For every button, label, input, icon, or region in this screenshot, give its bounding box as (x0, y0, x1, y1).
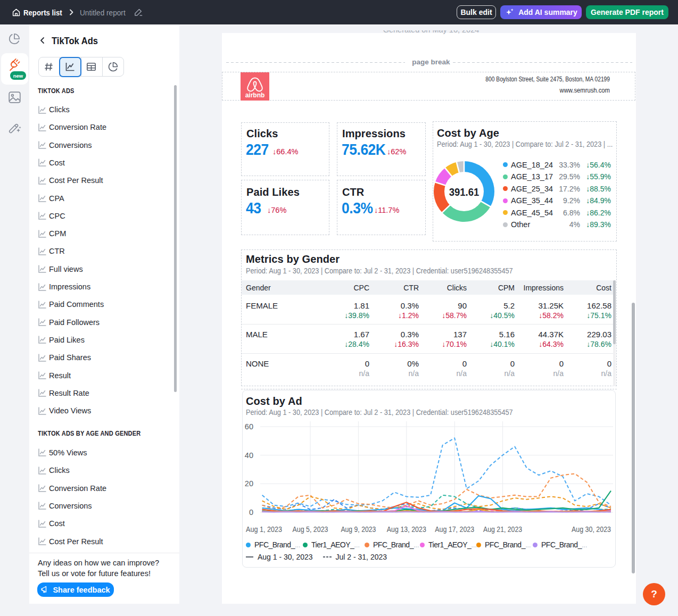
svg-text:Aug 1, 2023: Aug 1, 2023 (246, 525, 282, 534)
svg-text:Aug 30, 2023: Aug 30, 2023 (572, 525, 611, 534)
svg-text:Aug 21, 2023: Aug 21, 2023 (483, 525, 522, 534)
svg-text:Aug 9, 2023: Aug 9, 2023 (341, 525, 376, 534)
svg-text:airbnb: airbnb (245, 91, 265, 98)
svg-text:Aug 17, 2023: Aug 17, 2023 (435, 525, 474, 534)
svg-text:Aug 5, 2023: Aug 5, 2023 (293, 525, 328, 534)
svg-text:20: 20 (245, 479, 253, 488)
svg-text:Aug 13, 2023: Aug 13, 2023 (387, 525, 426, 534)
svg-text:391.61: 391.61 (449, 185, 479, 197)
svg-text:60: 60 (245, 422, 253, 431)
svg-text:40: 40 (245, 451, 253, 460)
svg-text:0: 0 (249, 508, 253, 517)
